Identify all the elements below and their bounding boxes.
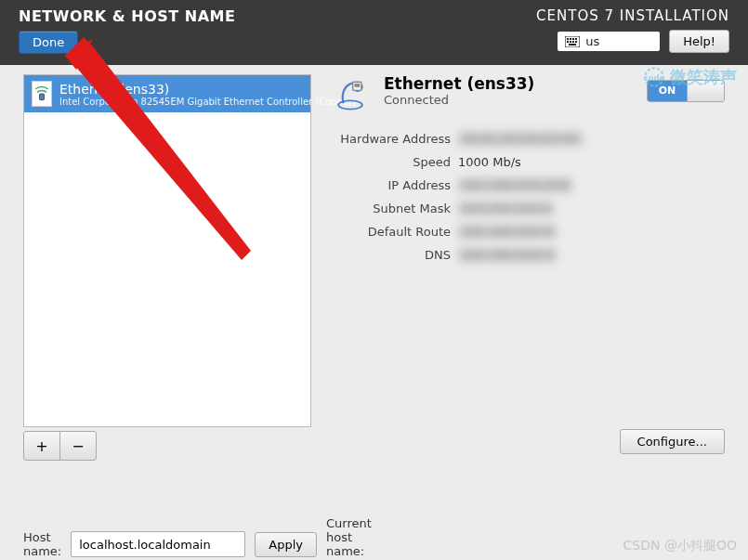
hw-address-label: Hardware Address [330,132,451,146]
device-list-item[interactable]: Ethernet (ens33) Intel Corporation 82545… [24,75,310,112]
device-desc: Intel Corporation 82545EM Gigabit Ethern… [59,97,356,107]
ip-value: 192.168.XXX.XXX [458,178,572,192]
svg-rect-13 [355,84,361,87]
connection-icon [330,74,371,119]
connection-properties: Hardware Address00:0C:29:XX:XX:XX Speed1… [330,132,725,262]
keyboard-icon [565,36,580,47]
help-button[interactable]: Help! [669,30,729,53]
watermark-top: code 微笑涛声 [642,65,737,89]
hostname-label: Host name: [23,530,61,558]
connection-title: Ethernet (ens33) [384,74,534,93]
svg-rect-7 [572,41,574,43]
installer-header: NETWORK & HOST NAME Done CENTOS 7 INSTAL… [0,0,748,65]
installer-name: CENTOS 7 INSTALLATION [536,7,729,24]
dns-label: DNS [330,248,451,262]
ethernet-icon [32,81,52,107]
svg-rect-5 [567,41,569,43]
ip-label: IP Address [330,178,451,192]
svg-rect-6 [570,41,571,43]
route-label: Default Route [330,225,451,239]
keyboard-layout: us [585,34,599,48]
apply-button[interactable]: Apply [255,532,317,557]
configure-button[interactable]: Configure... [620,429,725,454]
connection-status: Connected [384,93,534,107]
keyboard-indicator[interactable]: us [558,32,660,51]
remove-device-button[interactable]: − [59,431,97,461]
mask-value: 255.255.255.0 [458,202,554,215]
svg-rect-2 [570,38,571,40]
device-list[interactable]: Ethernet (ens33) Intel Corporation 82545… [23,74,311,427]
route-value: 192.168.XXX.X [458,225,557,239]
hostname-input[interactable] [71,531,245,557]
mask-label: Subnet Mask [330,202,451,215]
watermark-bottom: CSDN @小抖腿OO [623,538,737,554]
device-name: Ethernet (ens33) [59,82,356,97]
svg-rect-3 [572,38,574,40]
svg-rect-8 [575,41,577,43]
svg-rect-10 [40,94,45,100]
hw-address-value: 00:0C:29:XX:XX:XX [458,132,583,146]
svg-rect-1 [567,38,569,40]
svg-rect-9 [569,44,576,46]
speed-label: Speed [330,155,451,169]
svg-rect-4 [575,38,577,40]
dns-value: 192.168.XXX.X [458,248,557,262]
speed-value: 1000 Mb/s [458,155,521,169]
svg-text:code: code [643,73,664,83]
svg-point-11 [338,100,362,109]
done-button[interactable]: Done [19,31,78,54]
page-title: NETWORK & HOST NAME [19,7,235,25]
add-device-button[interactable]: + [23,431,60,461]
